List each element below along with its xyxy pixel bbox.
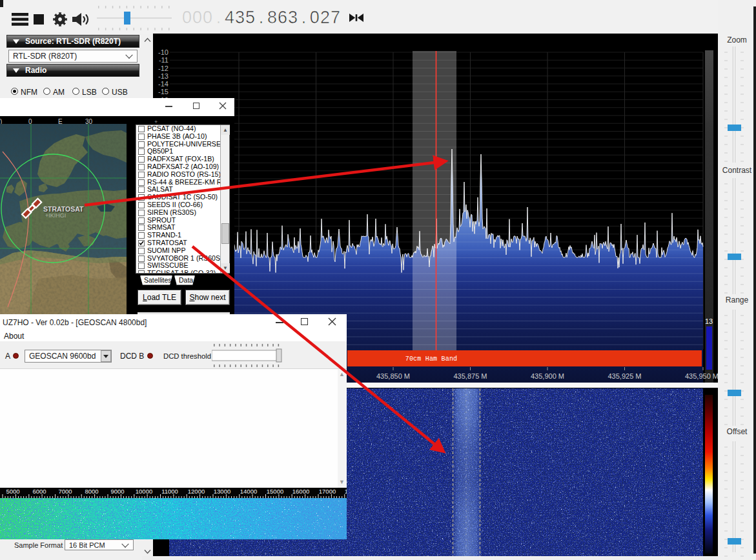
svg-text:13000: 13000	[214, 488, 230, 495]
svg-text:-13: -13	[158, 72, 169, 80]
svg-text:+IKIHGI: +IKIHGI	[45, 212, 66, 219]
svg-text:11000: 11000	[161, 488, 178, 495]
svg-text:15000: 15000	[267, 488, 283, 495]
svg-text:14000: 14000	[240, 488, 257, 495]
svg-text:-12: -12	[158, 65, 169, 72]
svg-text:7000: 7000	[58, 488, 72, 495]
svg-text:-14: -14	[158, 80, 169, 88]
svg-text:12000: 12000	[188, 488, 205, 495]
svg-text:16000: 16000	[292, 488, 309, 495]
svg-text:13: 13	[705, 317, 713, 325]
svg-text:8000: 8000	[85, 488, 98, 495]
svg-text:-11: -11	[159, 56, 169, 64]
svg-text:435,900 M: 435,900 M	[531, 372, 564, 380]
svg-text:70cm Ham Band: 70cm Ham Band	[405, 355, 458, 363]
svg-text:435,875 M: 435,875 M	[454, 372, 487, 380]
svg-text:435,925 M: 435,925 M	[608, 372, 642, 380]
svg-text:10000: 10000	[136, 488, 152, 495]
svg-text:5000: 5000	[6, 488, 19, 495]
svg-text:18000: 18000	[345, 488, 347, 495]
svg-text:9000: 9000	[110, 488, 124, 495]
svg-text:435,950 M: 435,950 M	[685, 372, 718, 380]
svg-text:-10: -10	[158, 48, 169, 56]
svg-text:6000: 6000	[32, 488, 46, 495]
svg-text:-15: -15	[158, 88, 169, 95]
svg-text:17000: 17000	[319, 488, 336, 495]
svg-text:435,850 M: 435,850 M	[376, 372, 410, 380]
